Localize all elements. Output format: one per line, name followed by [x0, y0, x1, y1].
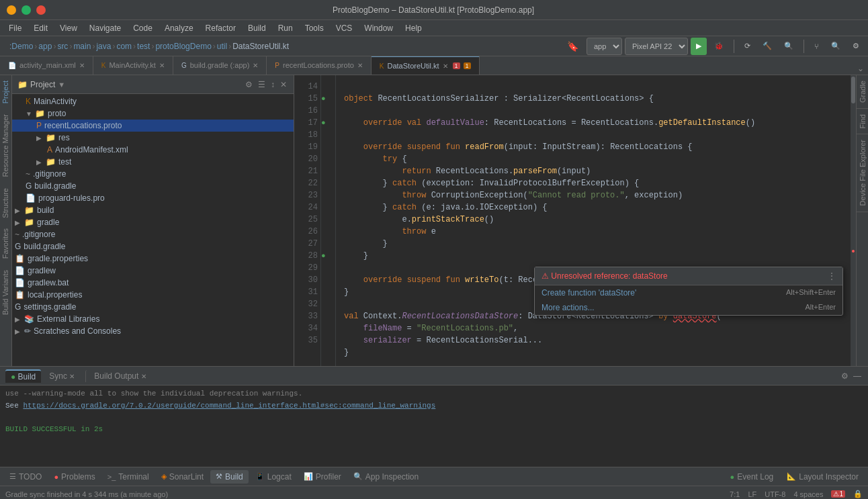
- tree-item-local-properties[interactable]: 📋 local.properties: [12, 289, 294, 301]
- tree-item-settings-gradle[interactable]: G settings.gradle: [12, 301, 294, 313]
- tab-close-gradle[interactable]: ✕: [253, 62, 258, 69]
- build-output-tab-close[interactable]: ✕: [141, 373, 146, 380]
- tree-item-test[interactable]: ▶ 📁 test: [12, 156, 294, 168]
- popup-options-icon[interactable]: ⋮: [828, 271, 836, 281]
- tree-item-mainactivity[interactable]: K MainActivity: [12, 95, 294, 107]
- status-lf[interactable]: LF: [748, 490, 756, 498]
- test-expand-arrow[interactable]: ▶: [36, 158, 44, 166]
- menu-analyze[interactable]: Analyze: [159, 22, 199, 34]
- tab-datastoreutil[interactable]: K DataStoreUtil.kt ✕ 1 1: [372, 56, 480, 75]
- build-output-tab[interactable]: Build Output ✕: [85, 370, 151, 382]
- menu-window[interactable]: Window: [359, 22, 398, 34]
- breadcrumb-test[interactable]: test: [137, 42, 150, 51]
- menu-navigate[interactable]: Navigate: [84, 22, 126, 34]
- tool-terminal[interactable]: >_ Terminal: [102, 470, 155, 484]
- res-expand-arrow[interactable]: ▶: [36, 134, 44, 142]
- bottom-settings[interactable]: ⚙ —: [840, 370, 863, 382]
- tree-item-proguard[interactable]: 📄 proguard-rules.pro: [12, 192, 294, 204]
- tool-logcat[interactable]: 📱 Logcat: [250, 470, 297, 484]
- tab-close-recentlocations[interactable]: ✕: [357, 62, 363, 69]
- tool-event-log[interactable]: ● Event Log: [725, 470, 779, 484]
- project-gear-button[interactable]: ⚙: [244, 79, 254, 91]
- run-button[interactable]: ▶: [691, 38, 707, 55]
- status-cursor[interactable]: 7:1: [730, 490, 740, 498]
- tab-close-datastoreutil[interactable]: ✕: [443, 62, 448, 70]
- analyze-button[interactable]: 🔍: [779, 40, 798, 52]
- right-panel-gradle[interactable]: Gradle: [857, 75, 868, 109]
- tree-item-build[interactable]: ▶ 📁 build: [12, 204, 294, 216]
- right-panel-device[interactable]: Device File Explorer: [857, 134, 868, 212]
- menu-help[interactable]: Help: [400, 22, 427, 34]
- sync-button[interactable]: ⟳: [740, 40, 755, 52]
- project-close-button[interactable]: ✕: [279, 79, 288, 91]
- breadcrumb-java[interactable]: java: [96, 42, 111, 51]
- menu-edit[interactable]: Edit: [28, 22, 53, 34]
- tree-item-recentlocations[interactable]: P recentLocations.proto: [12, 120, 294, 132]
- tab-close-mainactivity[interactable]: ✕: [159, 62, 165, 69]
- expand-arrow[interactable]: ▼: [26, 110, 34, 118]
- tree-item-gitignore-root[interactable]: ~ .gitignore: [12, 228, 294, 240]
- sidebar-label-resource[interactable]: Resource Manager: [0, 109, 11, 183]
- settings-button[interactable]: ⚙: [848, 40, 864, 52]
- breadcrumb-src[interactable]: src: [57, 42, 68, 51]
- sidebar-label-buildvariants[interactable]: Build Variants: [0, 265, 11, 320]
- sidebar-label-project[interactable]: Project: [0, 75, 11, 109]
- tree-item-androidmanifest[interactable]: A AndroidManifest.xml: [12, 144, 294, 156]
- sync-tab[interactable]: Sync ✕: [44, 370, 80, 382]
- editor-scrollbar[interactable]: [851, 75, 856, 366]
- search-button[interactable]: 🔍: [826, 40, 845, 52]
- tab-recentlocations[interactable]: P recentLocations.proto ✕: [267, 56, 371, 75]
- tree-item-gitignore1[interactable]: ~ .gitignore: [12, 168, 294, 180]
- breadcrumb-main[interactable]: main: [73, 42, 91, 51]
- tool-problems[interactable]: ● Problems: [48, 470, 100, 484]
- build-button[interactable]: 🔨: [758, 40, 777, 52]
- tree-item-build-gradle1[interactable]: G build.gradle: [12, 180, 294, 192]
- breadcrumb-util[interactable]: util: [217, 42, 227, 51]
- minimize-button[interactable]: [7, 5, 16, 15]
- menu-run[interactable]: Run: [273, 22, 298, 34]
- menu-file[interactable]: File: [3, 22, 27, 34]
- close-button[interactable]: [36, 5, 46, 15]
- tab-close-activity[interactable]: ✕: [79, 62, 85, 69]
- project-sort-button[interactable]: ↕: [269, 79, 276, 91]
- tab-build-gradle[interactable]: G build.gradle (:app) ✕: [173, 56, 267, 75]
- menu-view[interactable]: View: [54, 22, 83, 34]
- menu-tools[interactable]: Tools: [300, 22, 329, 34]
- tab-activity-main[interactable]: 📄 activity_main.xml ✕: [0, 56, 93, 75]
- debug-button[interactable]: 🐞: [709, 40, 728, 52]
- bottom-collapse-button[interactable]: —: [852, 370, 863, 382]
- tool-sonarlint[interactable]: ◈ SonarLint: [156, 470, 209, 484]
- right-panel-find[interactable]: Find: [857, 109, 868, 134]
- maximize-button[interactable]: [21, 5, 31, 15]
- tool-app-inspection[interactable]: 🔍 App Inspection: [348, 470, 424, 484]
- git-button[interactable]: ⑂: [810, 40, 824, 52]
- tree-item-res[interactable]: ▶ 📁 res: [12, 132, 294, 144]
- menu-code[interactable]: Code: [128, 22, 158, 34]
- tab-expand-button[interactable]: ⌄: [856, 62, 865, 75]
- tree-item-gradle-properties[interactable]: 📋 gradle.properties: [12, 253, 294, 265]
- tree-item-gradlew-bat[interactable]: 📄 gradlew.bat: [12, 277, 294, 289]
- window-controls[interactable]: [7, 5, 46, 15]
- bottom-settings-button[interactable]: ⚙: [840, 370, 850, 382]
- ext-libs-expand-arrow[interactable]: ▶: [15, 316, 23, 323]
- scratches-expand-arrow[interactable]: ▶: [15, 328, 23, 335]
- menu-refactor[interactable]: Refactor: [200, 22, 241, 34]
- scrollbar-thumb[interactable]: [851, 77, 855, 103]
- tool-todo[interactable]: ☰ TODO: [4, 470, 47, 484]
- build-expand-arrow[interactable]: ▶: [15, 207, 23, 214]
- status-indent[interactable]: 4 spaces: [793, 490, 823, 498]
- breadcrumb-demo[interactable]: :Demo: [9, 42, 33, 51]
- run-config-select[interactable]: app: [587, 38, 622, 55]
- tree-item-external-libs[interactable]: ▶ 📚 External Libraries: [12, 313, 294, 325]
- tool-build[interactable]: ⚒ Build: [210, 470, 249, 484]
- sync-tab-close[interactable]: ✕: [69, 373, 75, 380]
- breadcrumb-com[interactable]: com: [116, 42, 132, 51]
- status-error-count[interactable]: ⚠1: [831, 490, 845, 498]
- device-select[interactable]: Pixel API 22: [625, 38, 688, 55]
- popup-action-create[interactable]: Create function 'dataStore' Alt+Shift+En…: [535, 285, 842, 300]
- build-docs-link[interactable]: https://docs.gradle.org/7.0.2/userguide/…: [23, 402, 435, 410]
- status-encoding[interactable]: UTF-8: [765, 490, 785, 498]
- popup-action-more[interactable]: More actions... Alt+Enter: [535, 300, 842, 315]
- build-tab[interactable]: ● Build: [5, 369, 41, 383]
- sidebar-label-favorites[interactable]: Favorites: [0, 223, 11, 264]
